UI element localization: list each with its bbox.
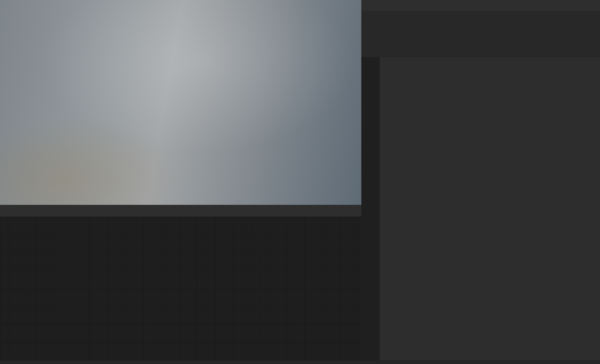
blender-window: [0, 0, 600, 364]
properties-tabs: [361, 57, 380, 364]
outliner-header: [361, 0, 600, 11]
viewport-3d[interactable]: [0, 0, 361, 205]
right-column: [361, 0, 600, 364]
outliner[interactable]: [361, 0, 600, 57]
shader-editor-canvas[interactable]: [0, 217, 361, 360]
shader-editor-header: [0, 205, 361, 217]
status-bar: [0, 360, 600, 364]
properties-content: [380, 57, 600, 364]
